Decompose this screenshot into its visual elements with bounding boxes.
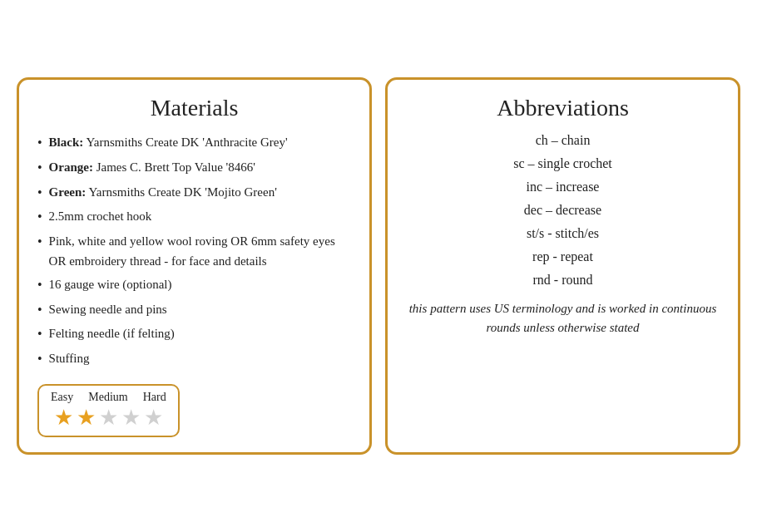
abbreviations-card: Abbreviations ch – chain sc – single cro… xyxy=(385,77,740,455)
difficulty-box: Easy Medium Hard ★ ★ ★ ★ ★ xyxy=(37,384,180,437)
item-text: Sewing needle and pins xyxy=(49,300,167,319)
list-item-content: Black: Yarnsmiths Create DK 'Anthracite … xyxy=(49,133,288,152)
difficulty-medium: Medium xyxy=(88,391,127,404)
list-item: 16 gauge wire (optional) xyxy=(37,275,351,296)
list-item-content: Green: Yarnsmiths Create DK 'Mojito Gree… xyxy=(49,183,277,202)
item-text: 2.5mm crochet hook xyxy=(49,207,152,226)
star-2: ★ xyxy=(77,407,96,429)
item-text: Stuffing xyxy=(49,349,90,368)
difficulty-hard: Hard xyxy=(143,391,166,404)
item-bold: Green: xyxy=(49,185,87,199)
materials-title: Materials xyxy=(37,95,351,121)
item-text: Pink, white and yellow wool roving OR 6m… xyxy=(49,232,351,271)
list-item-content: Orange: James C. Brett Top Value '8466' xyxy=(49,158,255,177)
difficulty-easy: Easy xyxy=(51,391,73,404)
abbrev-sc: sc – single crochet xyxy=(513,156,612,171)
abbrev-ch: ch – chain xyxy=(536,133,591,148)
abbreviations-note: this pattern uses US terminology and is … xyxy=(406,299,720,338)
star-3: ★ xyxy=(99,407,118,429)
materials-card: Materials Black: Yarnsmiths Create DK 'A… xyxy=(17,77,372,455)
abbrev-sts: st/s - stitch/es xyxy=(527,226,599,241)
list-item: Felting needle (if felting) xyxy=(37,324,351,345)
star-1: ★ xyxy=(54,407,73,429)
abbreviations-title: Abbreviations xyxy=(406,95,720,121)
item-text: Yarnsmiths Create DK 'Mojito Green' xyxy=(89,185,277,199)
materials-list: Black: Yarnsmiths Create DK 'Anthracite … xyxy=(37,133,351,370)
item-text: Yarnsmiths Create DK 'Anthracite Grey' xyxy=(86,135,287,149)
star-4: ★ xyxy=(121,407,141,429)
abbreviations-list: ch – chain sc – single crochet inc – inc… xyxy=(406,133,720,288)
list-item: Pink, white and yellow wool roving OR 6m… xyxy=(37,232,351,271)
item-text: 16 gauge wire (optional) xyxy=(49,275,172,294)
list-item: Stuffing xyxy=(37,349,351,370)
list-item: Black: Yarnsmiths Create DK 'Anthracite … xyxy=(37,133,351,154)
item-text: James C. Brett Top Value '8466' xyxy=(96,160,255,174)
abbrev-rep: rep - repeat xyxy=(532,249,593,264)
difficulty-labels: Easy Medium Hard xyxy=(51,391,166,404)
abbrev-rnd: rnd - round xyxy=(533,273,593,288)
abbrev-dec: dec – decrease xyxy=(524,203,601,218)
page-container: Materials Black: Yarnsmiths Create DK 'A… xyxy=(0,61,757,471)
item-text: Felting needle (if felting) xyxy=(49,324,175,343)
list-item: 2.5mm crochet hook xyxy=(37,207,351,228)
list-item: Orange: James C. Brett Top Value '8466' xyxy=(37,158,351,179)
star-5: ★ xyxy=(144,407,163,429)
stars-row: ★ ★ ★ ★ ★ xyxy=(54,407,163,429)
item-bold: Black: xyxy=(49,135,84,149)
item-bold: Orange: xyxy=(49,160,93,174)
abbrev-inc: inc – increase xyxy=(527,180,600,195)
list-item: Sewing needle and pins xyxy=(37,300,351,321)
list-item: Green: Yarnsmiths Create DK 'Mojito Gree… xyxy=(37,183,351,204)
